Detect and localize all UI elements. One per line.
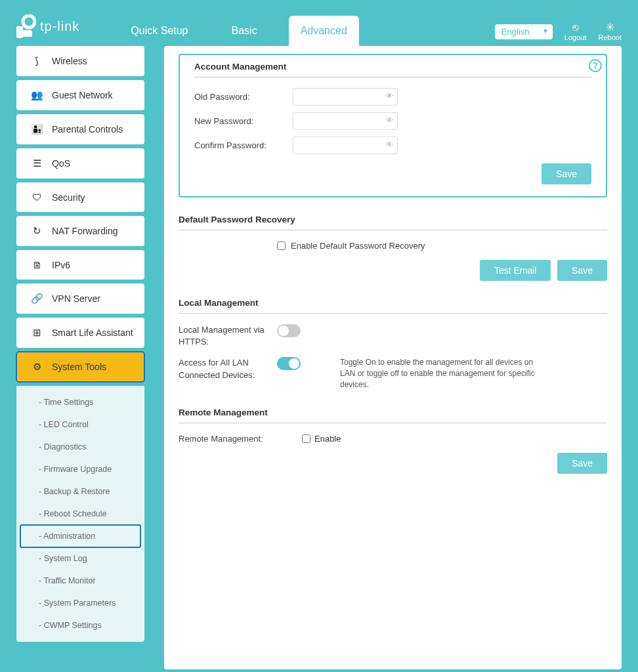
header-right: English ⎋ Logout ✳ Reboot xyxy=(495,21,622,42)
sidebar-item-label: NAT Forwarding xyxy=(52,226,118,236)
help-icon[interactable]: ? xyxy=(589,59,602,72)
grid-icon: ⊞ xyxy=(31,327,43,339)
sidebar-item-label: Parental Controls xyxy=(52,124,123,135)
sub-firmware-upgrade[interactable]: Firmware Upgrade xyxy=(20,458,140,480)
remote-button-row: Save xyxy=(179,453,607,474)
https-row: Local Management via HTTPS: xyxy=(179,324,607,348)
all-lan-desc: Toggle On to enable the management for a… xyxy=(340,357,537,390)
tab-advanced[interactable]: Advanced xyxy=(289,16,359,46)
logout-icon: ⎋ xyxy=(564,21,587,33)
gear-icon: ⚙ xyxy=(31,361,43,373)
svg-point-0 xyxy=(23,16,35,28)
shield-icon: 🛡 xyxy=(31,192,43,203)
recovery-title: Default Password Recovery xyxy=(179,215,607,230)
container: ⟆Wireless 👥Guest Network 👨‍👦Parental Con… xyxy=(0,46,638,669)
sub-led-control[interactable]: LED Control xyxy=(20,413,140,436)
sidebar-item-security[interactable]: 🛡Security xyxy=(16,182,144,212)
account-save-button[interactable]: Save xyxy=(542,163,591,184)
sidebar-item-smart[interactable]: ⊞Smart Life Assistant xyxy=(16,318,144,348)
confirm-password-row: Confirm Password: 👁 xyxy=(194,136,591,154)
tab-basic[interactable]: Basic xyxy=(220,16,269,46)
new-password-input[interactable] xyxy=(293,112,398,130)
sub-cwmp-settings[interactable]: CWMP Settings xyxy=(20,614,140,637)
sidebar-item-parental[interactable]: 👨‍👦Parental Controls xyxy=(16,114,144,144)
all-lan-toggle[interactable] xyxy=(277,357,301,370)
confirm-password-wrap: 👁 xyxy=(293,136,398,154)
recovery-checkbox[interactable] xyxy=(277,242,286,250)
app-header: tp-link Quick Setup Basic Advanced Engli… xyxy=(0,0,638,46)
recovery-checkbox-label: Enable Default Password Recovery xyxy=(291,241,425,251)
remote-title: Remote Management xyxy=(179,408,607,423)
sliders-icon: ☰ xyxy=(31,158,43,169)
sub-diagnostics[interactable]: Diagnostics xyxy=(20,436,140,458)
sidebar-item-nat[interactable]: ↻NAT Forwarding xyxy=(16,216,144,246)
eye-icon[interactable]: 👁 xyxy=(385,116,394,125)
logout-button[interactable]: ⎋ Logout xyxy=(564,21,587,42)
sidebar-item-label: VPN Server xyxy=(52,293,100,304)
remote-enable-label: Enable xyxy=(314,434,341,444)
sidebar-item-label: Guest Network xyxy=(52,90,113,100)
test-email-button[interactable]: Test Email xyxy=(480,260,551,281)
eye-icon[interactable]: 👁 xyxy=(385,91,394,101)
confirm-password-label: Confirm Password: xyxy=(194,140,293,150)
recovery-button-row: Test Email Save xyxy=(179,260,607,281)
sidebar-item-label: Security xyxy=(52,192,85,203)
account-title: Account Management xyxy=(194,62,591,77)
reboot-icon: ✳ xyxy=(599,21,622,33)
sidebar-item-label: Wireless xyxy=(52,56,87,66)
old-password-wrap: 👁 xyxy=(293,88,398,106)
https-toggle[interactable] xyxy=(277,324,301,337)
sidebar-item-guest[interactable]: 👥Guest Network xyxy=(16,80,144,110)
sub-system-log[interactable]: System Log xyxy=(20,547,140,570)
reboot-button[interactable]: ✳ Reboot xyxy=(599,21,622,42)
sidebar-item-vpn[interactable]: 🔗VPN Server xyxy=(16,284,144,314)
reboot-label: Reboot xyxy=(599,33,622,41)
sub-administration[interactable]: Administration xyxy=(20,525,140,547)
local-title: Local Management xyxy=(179,298,607,314)
all-lan-row: Access for All LAN Connected Devices: To… xyxy=(179,357,607,390)
sub-reboot-schedule[interactable]: Reboot Schedule xyxy=(20,503,140,525)
sidebar-item-wireless[interactable]: ⟆Wireless xyxy=(16,46,144,76)
eye-icon[interactable]: 👁 xyxy=(385,140,394,150)
wifi-icon: ⟆ xyxy=(31,55,43,67)
tab-quick-setup[interactable]: Quick Setup xyxy=(119,16,200,46)
confirm-password-input[interactable] xyxy=(293,136,398,154)
language-select[interactable]: English xyxy=(495,24,553,39)
remote-label: Remote Management: xyxy=(179,434,302,444)
sidebar-item-ipv6[interactable]: 🗎IPv6 xyxy=(16,250,144,280)
old-password-input[interactable] xyxy=(293,88,398,106)
sidebar-item-label: Smart Life Assistant xyxy=(52,327,133,338)
family-icon: 👨‍👦 xyxy=(31,123,43,135)
sub-system-parameters[interactable]: System Parameters xyxy=(20,592,140,614)
top-tabs: Quick Setup Basic Advanced xyxy=(119,16,358,46)
sidebar-item-qos[interactable]: ☰QoS xyxy=(16,148,144,178)
remote-save-button[interactable]: Save xyxy=(557,453,607,474)
sidebar-item-label: System Tools xyxy=(52,362,106,372)
sidebar: ⟆Wireless 👥Guest Network 👨‍👦Parental Con… xyxy=(16,46,144,669)
new-password-row: New Password: 👁 xyxy=(194,112,591,130)
old-password-row: Old Password: 👁 xyxy=(194,88,591,106)
language-wrap: English xyxy=(495,24,553,39)
logout-label: Logout xyxy=(564,33,587,41)
tplink-icon xyxy=(16,14,36,38)
recovery-checkbox-row: Enable Default Password Recovery xyxy=(277,241,607,251)
remote-checkbox[interactable] xyxy=(302,434,310,443)
all-lan-label: Access for All LAN Connected Devices: xyxy=(179,357,277,381)
old-password-label: Old Password: xyxy=(194,92,293,102)
svg-rect-2 xyxy=(22,30,32,37)
sub-time-settings[interactable]: Time Settings xyxy=(20,391,140,413)
https-label: Local Management via HTTPS: xyxy=(179,324,277,348)
sub-traffic-monitor[interactable]: Traffic Monitor xyxy=(20,570,140,592)
sidebar-item-system-tools[interactable]: ⚙System Tools xyxy=(16,352,144,382)
remote-row: Remote Management: Enable xyxy=(179,434,607,444)
brand-text: tp-link xyxy=(40,19,79,34)
account-panel: ? Account Management Old Password: 👁 New… xyxy=(179,54,607,198)
sidebar-item-label: QoS xyxy=(52,158,70,169)
sub-nav: Time Settings LED Control Diagnostics Fi… xyxy=(16,386,144,642)
recovery-save-button[interactable]: Save xyxy=(557,260,607,281)
brand-logo: tp-link xyxy=(16,14,79,38)
main-content: ? Account Management Old Password: 👁 New… xyxy=(164,46,622,669)
document-icon: 🗎 xyxy=(31,259,43,270)
sub-backup-restore[interactable]: Backup & Restore xyxy=(20,480,140,503)
new-password-label: New Password: xyxy=(194,116,293,126)
